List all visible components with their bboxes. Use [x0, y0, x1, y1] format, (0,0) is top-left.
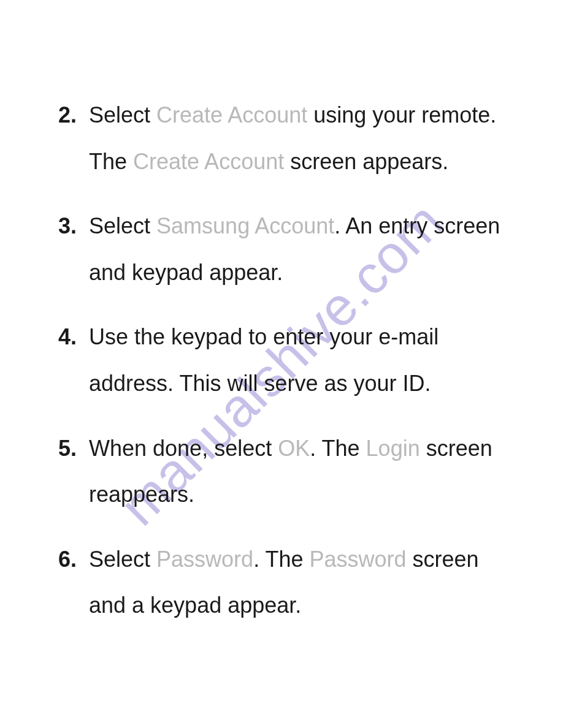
highlighted-term: OK	[278, 436, 310, 461]
instruction-step: 3Select Samsung Account. An entry screen…	[58, 203, 520, 295]
instruction-step: 5When done, select OK. The Login screen …	[58, 425, 520, 518]
step-number: 2	[58, 92, 77, 138]
step-text: Select	[89, 213, 156, 238]
highlighted-term: Login	[366, 436, 420, 461]
step-text: Use the keypad to enter your e-mail addr…	[89, 324, 439, 396]
instruction-list: 2Select Create Account using your remote…	[58, 92, 520, 629]
step-text: . The	[253, 547, 309, 572]
step-number: 4	[58, 314, 77, 360]
highlighted-term: Create Account	[156, 102, 307, 127]
instruction-step: 2Select Create Account using your remote…	[58, 92, 520, 184]
step-number: 6	[58, 536, 77, 583]
step-text: Select	[89, 102, 156, 127]
highlighted-term: Create Account	[133, 149, 284, 174]
step-text: screen appears.	[284, 149, 448, 174]
highlighted-term: Password	[156, 547, 253, 572]
step-text: . The	[310, 436, 366, 461]
instruction-step: 4Use the keypad to enter your e-mail add…	[58, 314, 520, 406]
step-number: 3	[58, 203, 77, 249]
instruction-step: 6Select Password. The Password screen an…	[58, 536, 520, 629]
step-text: Select	[89, 547, 156, 572]
highlighted-term: Password	[310, 547, 407, 572]
highlighted-term: Samsung Account	[156, 213, 334, 238]
step-text: When done, select	[89, 436, 278, 461]
step-number: 5	[58, 425, 77, 472]
